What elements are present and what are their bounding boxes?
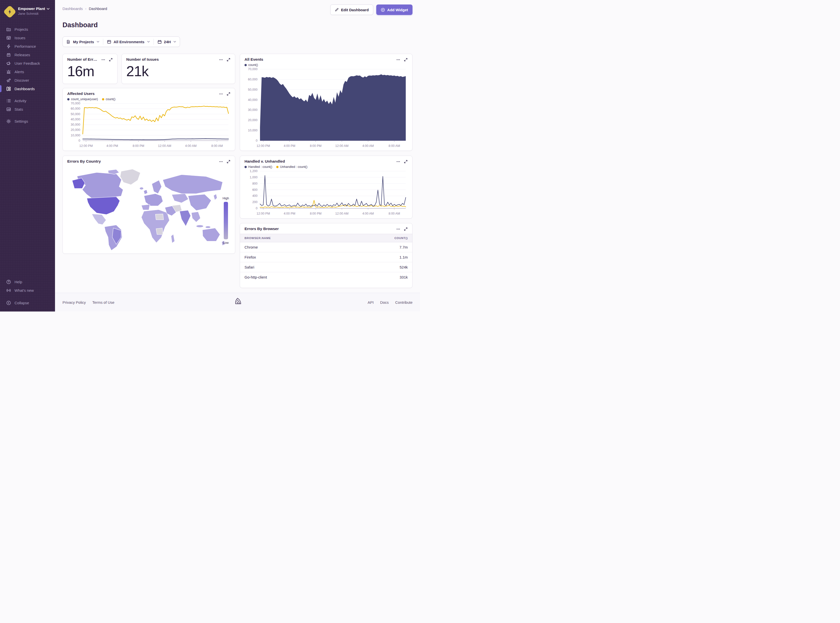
sidebar-item-discover[interactable]: Discover <box>0 76 55 84</box>
sidebar-item-label: Releases <box>14 53 30 57</box>
terms-of-use-link[interactable]: Terms of Use <box>92 300 114 304</box>
widget-expand-button[interactable] <box>226 92 231 96</box>
widget-title: Affected Users <box>67 91 94 96</box>
page-title: Dashboard <box>63 21 412 29</box>
sidebar-item-dashboards[interactable]: Dashboards <box>0 84 55 93</box>
table-row[interactable]: Safari524k <box>240 262 412 272</box>
projects-filter[interactable]: My Projects <box>63 37 103 47</box>
sidebar-item-releases[interactable]: Releases <box>0 51 55 59</box>
svg-text:8:00 PM: 8:00 PM <box>132 144 144 147</box>
svg-text:12:00 PM: 12:00 PM <box>257 212 270 215</box>
chart-legend: count() <box>245 63 408 67</box>
svg-text:4:00 AM: 4:00 AM <box>362 212 374 215</box>
widget-menu-button[interactable] <box>396 58 400 62</box>
widget-expand-button[interactable] <box>226 58 231 62</box>
widget-expand-button[interactable] <box>404 58 408 62</box>
breadcrumb-dashboards-link[interactable]: Dashboards <box>63 6 83 11</box>
main-content: Dashboards › Dashboard Edit Dashboard <box>55 0 420 312</box>
table-row[interactable]: Firefox1.1m <box>240 252 412 262</box>
widget-menu-button[interactable] <box>396 227 400 231</box>
svg-text:12:00 AM: 12:00 AM <box>335 144 349 147</box>
docs-link[interactable]: Docs <box>380 300 389 304</box>
org-name: Empower Plant <box>18 6 45 11</box>
chevron-down-icon <box>147 41 150 43</box>
sidebar-item-issues[interactable]: Issues <box>0 34 55 42</box>
widget-handled-v-unhandled: Handled v. Unhandled Handled : count() U… <box>240 156 412 219</box>
sidebar-item-whats-new[interactable]: What's new <box>0 286 55 295</box>
table-row[interactable]: Chrome7.7m <box>240 242 412 252</box>
handled-v-unhandled-chart: 02004006008001,0001,20012:00 PM4:00 PM8:… <box>245 169 408 216</box>
breadcrumb: Dashboards › Dashboard <box>63 5 107 11</box>
svg-text:1,000: 1,000 <box>250 176 257 179</box>
chevron-down-icon <box>97 41 99 43</box>
sidebar-item-activity[interactable]: Activity <box>0 97 55 105</box>
svg-text:8:00 PM: 8:00 PM <box>310 144 322 147</box>
api-link[interactable]: API <box>368 300 374 304</box>
megaphone-icon <box>6 61 11 66</box>
sidebar-collapse-button[interactable]: Collapse <box>0 299 55 307</box>
telescope-icon <box>6 78 11 83</box>
widget-expand-button[interactable] <box>404 227 408 231</box>
lightning-bolt-icon <box>7 9 12 14</box>
privacy-policy-link[interactable]: Privacy Policy <box>63 300 86 304</box>
activity-list-icon <box>6 98 11 103</box>
gear-icon <box>6 119 11 124</box>
widget-title: Number of Issues <box>126 57 159 62</box>
svg-text:60,000: 60,000 <box>248 78 257 81</box>
widget-expand-button[interactable] <box>404 160 408 164</box>
footer: Privacy Policy Terms of Use API Docs Con… <box>55 293 420 312</box>
sidebar-item-help[interactable]: Help <box>0 278 55 286</box>
sidebar-item-label: Projects <box>14 27 28 31</box>
widget-title: Number of Errors <box>67 57 99 62</box>
svg-text:400: 400 <box>252 194 257 198</box>
sidebar-item-performance[interactable]: Performance <box>0 42 55 51</box>
time-range-filter[interactable]: 24H <box>154 37 180 47</box>
svg-text:8:00 PM: 8:00 PM <box>310 212 322 215</box>
sidebar-item-label: What's new <box>14 288 34 293</box>
widget-expand-button[interactable] <box>226 160 231 164</box>
sidebar-item-label: Stats <box>14 107 23 111</box>
legend-dot <box>245 166 247 168</box>
table-row[interactable]: Go-http-client331k <box>240 272 412 282</box>
svg-text:12:00 AM: 12:00 AM <box>158 144 171 147</box>
svg-text:8:00 AM: 8:00 AM <box>389 212 400 215</box>
legend-dot <box>67 98 69 100</box>
svg-text:8:00 AM: 8:00 AM <box>389 144 400 147</box>
stats-icon <box>6 107 11 112</box>
sentry-logo-icon <box>233 297 242 307</box>
sidebar-item-label: Collapse <box>14 301 29 305</box>
widget-errors-by-country: Errors By Country <box>63 156 235 254</box>
widget-menu-button[interactable] <box>396 160 400 164</box>
dashboards-icon <box>6 86 11 91</box>
sidebar-nav: Projects Issues Performance <box>0 25 55 126</box>
widget-menu-button[interactable] <box>219 92 223 96</box>
sidebar-item-stats[interactable]: Stats <box>0 105 55 114</box>
sidebar-item-projects[interactable]: Projects <box>0 25 55 34</box>
widget-menu-button[interactable] <box>219 58 223 62</box>
widget-menu-button[interactable] <box>101 58 105 62</box>
svg-text:4:00 PM: 4:00 PM <box>284 212 295 215</box>
chart-legend: count_unique(user) count() <box>67 97 231 101</box>
sidebar-item-settings[interactable]: Settings <box>0 117 55 126</box>
legend-dot <box>102 98 104 100</box>
add-widget-button[interactable]: Add Widget <box>376 5 412 15</box>
sidebar-item-label: Alerts <box>14 70 24 74</box>
breadcrumb-current: Dashboard <box>89 6 107 11</box>
widget-menu-button[interactable] <box>219 160 223 164</box>
calendar-icon <box>157 40 162 44</box>
app-root: Empower Plant Jane Schmidt Projects <box>0 0 420 312</box>
sidebar-item-alerts[interactable]: Alerts <box>0 68 55 76</box>
widget-value: 16m <box>67 64 113 78</box>
svg-text:40,000: 40,000 <box>71 118 80 121</box>
sidebar-item-user-feedback[interactable]: User Feedback <box>0 59 55 68</box>
org-switcher[interactable]: Empower Plant Jane Schmidt <box>0 4 55 17</box>
edit-dashboard-button[interactable]: Edit Dashboard <box>330 5 373 15</box>
svg-text:30,000: 30,000 <box>248 108 257 112</box>
widget-expand-button[interactable] <box>109 58 113 62</box>
widget-affected-users: Affected Users count_unique(user) count(… <box>63 88 235 151</box>
contribute-link[interactable]: Contribute <box>395 300 412 304</box>
environments-filter[interactable]: All Environments <box>103 37 153 47</box>
svg-text:12:00 AM: 12:00 AM <box>335 212 349 215</box>
svg-text:4:00 AM: 4:00 AM <box>362 144 374 147</box>
sidebar-item-label: User Feedback <box>14 61 40 66</box>
